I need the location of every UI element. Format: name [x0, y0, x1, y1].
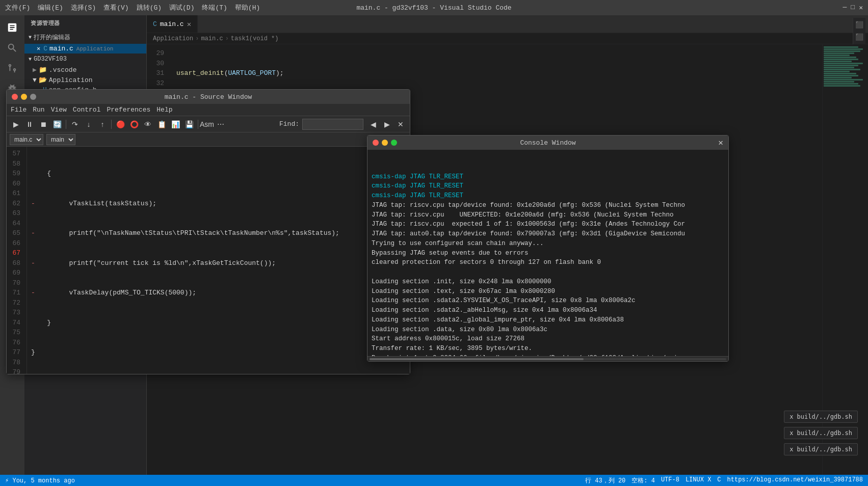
menu-select[interactable]: 选择(S) [71, 3, 96, 12]
toolbar-watch[interactable]: 👁 [142, 119, 154, 130]
breadcrumb-application: Application [153, 35, 193, 42]
source-menu-preferences[interactable]: Preferences [107, 106, 150, 114]
source-control-icon[interactable] [4, 60, 20, 76]
search-icon[interactable] [4, 40, 20, 56]
source-window-title: main.c - Source Window [165, 93, 252, 101]
find-input[interactable] [302, 119, 363, 130]
minimize-dot[interactable] [21, 94, 27, 100]
titlebar: 文件(F) 编辑(E) 选择(S) 查看(V) 跳转(G) 调试(D) 终端(T… [0, 0, 868, 15]
menu-file[interactable]: 文件(F) [5, 3, 30, 12]
toolbar-step-in[interactable]: ↓ [83, 119, 95, 130]
console-close-dot[interactable] [373, 140, 379, 146]
line-num-29: 29 [147, 48, 164, 59]
find-close[interactable]: ✕ [394, 119, 407, 130]
toolbar-clear-bp[interactable]: ⭕ [128, 119, 140, 130]
console-scrollbar[interactable] [367, 356, 728, 361]
console-log-line: cleared protection for sectors 0 through… [372, 258, 724, 267]
source-menu-run[interactable]: Run [33, 106, 44, 114]
status-eol: LINUX X [686, 476, 711, 485]
gdb-action-1[interactable]: x build/../gdb.sh [784, 411, 858, 423]
status-encoding: UTF-8 [661, 476, 679, 485]
source-window-titlebar: main.c - Source Window [7, 90, 410, 104]
src-num-77: 77 [7, 347, 20, 358]
src-num-62: 62 [7, 199, 20, 209]
close-button[interactable]: ✕ [859, 4, 863, 12]
source-menu-view[interactable]: View [51, 106, 67, 114]
window-controls[interactable]: ─ □ ✕ [843, 4, 863, 12]
toolbar-locals[interactable]: 📋 [155, 119, 168, 130]
code-line-29: usart_deinit(UARTLOG_PORT); [172, 68, 822, 78]
toolbar-asm[interactable]: Asm [201, 119, 213, 130]
file-selector[interactable]: main.c [10, 134, 43, 145]
gdb-action-3[interactable]: x build/../gdb.sh [784, 443, 858, 455]
folder-application[interactable]: ▼ 📂 Application [24, 75, 146, 85]
menu-view[interactable]: 查看(V) [103, 3, 128, 12]
gdb-action-2[interactable]: x build/../gdb.sh [784, 427, 858, 439]
menu-edit[interactable]: 编辑(E) [38, 3, 63, 12]
toolbar-restart[interactable]: 🔄 [51, 119, 63, 130]
toolbar-more[interactable]: ⋯ [215, 119, 227, 130]
menu-terminal[interactable]: 终端(T) [202, 3, 227, 12]
line-num-32: 32 [147, 78, 164, 89]
explorer-root-section[interactable]: ▼ GD32VF103 [24, 53, 146, 65]
tab-main-c[interactable]: C main.c ✕ [147, 15, 198, 33]
find-prev[interactable]: ◀ [367, 119, 379, 130]
scroll-track[interactable] [370, 358, 726, 360]
source-menu-help[interactable]: Help [156, 106, 172, 114]
toolbar-run[interactable]: ▶ [10, 119, 22, 130]
folder-vscode[interactable]: ▶ 📁 .vscode [24, 65, 146, 75]
src-num-73: 73 [7, 308, 20, 318]
folder-open-icon: ▼ [33, 76, 37, 84]
folder-application-label: Application [49, 76, 93, 84]
open-file-main-c[interactable]: ✕ C main.c Application [24, 44, 146, 53]
explorer-icon[interactable] [4, 19, 20, 36]
source-code-area[interactable]: 57 58 59 60 61 62 63 64 65 66 67 68 69 7… [7, 147, 410, 374]
console-close-btn[interactable]: ✕ [718, 138, 723, 148]
source-menu-file[interactable]: File [11, 106, 27, 114]
src-num-67: 67 [7, 248, 20, 258]
find-label: Find: [279, 120, 299, 128]
tab-close-icon[interactable]: ✕ [187, 20, 191, 29]
toolbar-step-over[interactable]: ↷ [69, 119, 81, 130]
window-title: main.c - gd32vf103 - Visual Studio Code [356, 4, 511, 12]
line-num-30: 30 [147, 59, 164, 69]
src-num-66: 66 [7, 238, 20, 249]
toolbar-registers[interactable]: 📊 [169, 119, 181, 130]
scroll-thumb[interactable] [370, 358, 584, 360]
src-59: - printf("\nTaskName\tStatus\tPRI\tStack… [31, 228, 406, 238]
right-icon-1[interactable]: ⬛ [854, 20, 864, 30]
source-menu-control[interactable]: Control [73, 106, 101, 114]
src-num-57: 57 [7, 149, 20, 159]
tab-file-icon: C [153, 20, 157, 28]
find-next[interactable]: ▶ [381, 119, 393, 130]
src-57: { [31, 169, 406, 179]
src-num-76: 76 [7, 338, 20, 348]
minimize-button[interactable]: ─ [843, 4, 847, 12]
menu-debug[interactable]: 调试(D) [169, 3, 194, 12]
console-minimize-dot[interactable] [382, 140, 388, 146]
toolbar-step-out[interactable]: ↑ [96, 119, 109, 130]
toolbar-bp[interactable]: 🔴 [114, 119, 126, 130]
sep1 [66, 120, 66, 129]
maximize-button[interactable]: □ [851, 4, 855, 12]
src-num-63: 63 [7, 208, 20, 219]
src-num-79: 79 [7, 367, 20, 374]
maximize-dot[interactable] [30, 94, 36, 100]
console-maximize-dot[interactable] [391, 140, 397, 146]
close-file-icon[interactable]: ✕ [37, 45, 40, 52]
open-editors-section[interactable]: ▼ 打开的编辑器 [24, 31, 146, 44]
right-icon-2[interactable]: ⬛ [854, 32, 864, 42]
source-lines[interactable]: { - vTaskList(taskStatus); - printf("\nT… [27, 147, 410, 374]
function-selector[interactable]: main [46, 134, 75, 145]
status-bar: ⚡ You, 5 months ago 行 43，列 20 空格: 4 UTF-… [0, 475, 868, 486]
console-log-line: Transfer rate: 1 KB/sec, 3895 bytes/writ… [372, 344, 724, 354]
close-dot[interactable] [12, 94, 18, 100]
src-num-72: 72 [7, 298, 20, 308]
menu-goto[interactable]: 跳转(G) [137, 3, 162, 12]
menu-bar[interactable]: 文件(F) 编辑(E) 选择(S) 查看(V) 跳转(G) 调试(D) 终端(T… [5, 3, 260, 12]
toolbar-stop[interactable]: ⏹ [37, 119, 49, 130]
toolbar-memory[interactable]: 💾 [183, 119, 195, 130]
menu-help[interactable]: 帮助(H) [235, 3, 260, 12]
status-position: 行 43，列 20 [585, 476, 625, 485]
toolbar-pause[interactable]: ⏸ [23, 119, 36, 130]
